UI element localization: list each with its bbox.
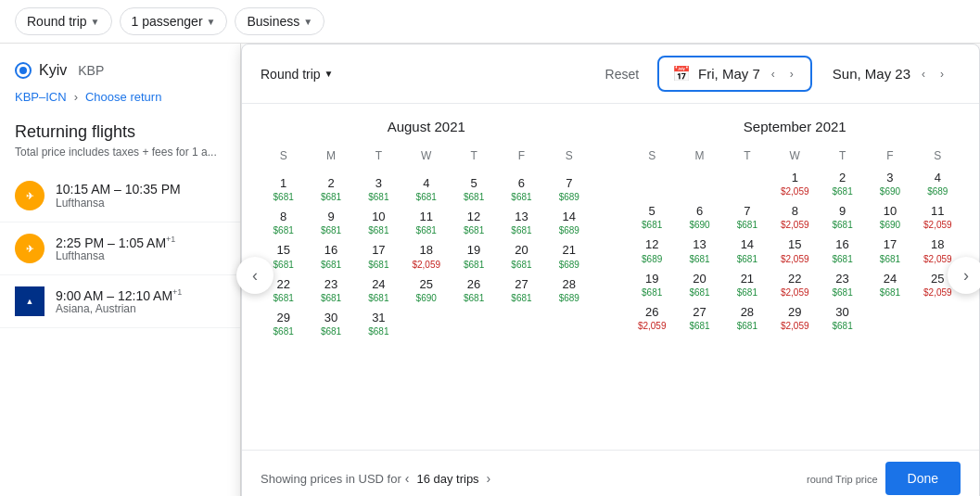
day-cell[interactable]: 7$689	[546, 173, 592, 205]
day-cell[interactable]: 15$2,059	[772, 235, 818, 266]
day-cell[interactable]: 11$681	[403, 207, 449, 238]
day-number: 29	[774, 304, 816, 321]
day-cell[interactable]: 6$681	[499, 173, 544, 205]
day-cell[interactable]: 1$681	[261, 173, 306, 205]
day-cell[interactable]: 13$681	[677, 235, 722, 266]
day-price: $2,059	[774, 287, 816, 299]
flight-info-2: 2:25 PM – 1:05 AM+1 Lufthansa	[56, 235, 225, 263]
day-price: $681	[310, 192, 351, 203]
day-price: $681	[452, 260, 494, 271]
flight-item-3[interactable]: ▲ 9:00 AM – 12:10 AM+1 Asiana, Austrian	[0, 275, 240, 328]
day-cell[interactable]: 26$681	[451, 274, 496, 306]
flight-item[interactable]: ✈ 10:15 AM – 10:35 PM Lufthansa	[0, 170, 240, 223]
day-cell[interactable]: 17$681	[356, 240, 401, 272]
day-cell[interactable]: 1$2,059	[772, 168, 818, 199]
day-cell[interactable]: 4$681	[403, 173, 449, 205]
flight-airline-2: Lufthansa	[56, 249, 225, 262]
return-date-pill[interactable]: Sun, May 23 ‹ ›	[820, 58, 961, 89]
trip-next-icon[interactable]: ›	[487, 471, 491, 486]
departure-prev-icon[interactable]: ‹	[768, 68, 779, 81]
trip-prev-icon[interactable]: ‹	[405, 471, 410, 486]
day-number: 22	[774, 271, 816, 287]
day-cell[interactable]: 9$681	[308, 207, 353, 238]
day-number: 13	[501, 209, 542, 225]
day-cell[interactable]: 29$2,059	[772, 302, 818, 334]
cal-trip-type-button[interactable]: Round trip ▼	[261, 67, 334, 82]
day-cell[interactable]: 30$681	[820, 302, 865, 334]
departure-date-pill[interactable]: 📅 Fri, May 7 ‹ ›	[657, 56, 812, 92]
day-price: $681	[262, 192, 304, 203]
day-price: $2,059	[774, 220, 816, 231]
day-cell[interactable]: 17$681	[867, 235, 912, 266]
departure-next-icon[interactable]: ›	[786, 68, 797, 81]
day-cell[interactable]: 13$681	[499, 207, 544, 238]
day-cell[interactable]: 20$681	[677, 269, 722, 300]
day-header: M	[308, 146, 353, 166]
day-cell[interactable]: 7$681	[724, 201, 770, 233]
cal-trip-chevron-icon: ▼	[325, 69, 334, 79]
day-cell[interactable]: 28$681	[724, 302, 770, 334]
day-cell[interactable]: 21$689	[546, 240, 592, 272]
trip-type-button[interactable]: Round trip ▼	[15, 7, 112, 35]
cabin-button[interactable]: Business ▼	[235, 7, 325, 35]
day-cell[interactable]: 10$681	[356, 207, 401, 238]
day-cell[interactable]: 28$689	[546, 274, 592, 306]
day-cell[interactable]: 12$689	[630, 235, 675, 266]
day-cell[interactable]: 30$681	[308, 308, 353, 339]
day-cell[interactable]: 29$681	[261, 308, 306, 339]
return-next-icon[interactable]: ›	[936, 68, 948, 81]
day-cell[interactable]: 27$681	[677, 302, 722, 334]
flight-item[interactable]: ✈ 2:25 PM – 1:05 AM+1 Lufthansa	[0, 223, 240, 275]
day-number: 5	[631, 203, 673, 220]
passengers-button[interactable]: 1 passenger ▼	[120, 7, 228, 35]
day-cell[interactable]: 24$681	[356, 274, 401, 306]
day-cell[interactable]: 20$681	[499, 240, 544, 272]
day-number: 20	[501, 242, 542, 259]
passengers-label: 1 passenger	[132, 14, 203, 29]
day-cell[interactable]: 23$681	[820, 269, 865, 300]
day-cell[interactable]: 8$2,059	[772, 201, 818, 233]
next-arrow-button[interactable]: ›	[948, 257, 980, 294]
day-price: $2,059	[774, 186, 816, 197]
day-cell[interactable]: 3$690	[867, 168, 912, 199]
day-cell[interactable]: 21$681	[724, 269, 770, 300]
day-cell[interactable]: 2$681	[820, 168, 865, 199]
day-price: $681	[310, 293, 351, 304]
prev-arrow-button[interactable]: ‹	[236, 257, 274, 294]
day-price: $681	[631, 220, 673, 231]
reset-button[interactable]: Reset	[594, 61, 651, 87]
day-cell[interactable]: 16$681	[820, 235, 865, 266]
day-cell[interactable]: 18$2,059	[403, 240, 449, 272]
day-price: $681	[452, 192, 494, 203]
day-number: 9	[310, 209, 351, 225]
day-cell[interactable]: 11$2,059	[915, 201, 961, 233]
day-number: 14	[726, 236, 768, 253]
day-cell[interactable]: 14$681	[724, 235, 770, 266]
day-cell[interactable]: 9$681	[820, 201, 865, 233]
day-cell[interactable]: 26$2,059	[630, 302, 675, 334]
day-cell[interactable]: 16$681	[308, 240, 353, 272]
day-cell[interactable]: 25$690	[403, 274, 449, 306]
choose-return-link[interactable]: Choose return	[85, 90, 161, 104]
day-cell[interactable]: 2$681	[308, 173, 353, 205]
day-cell[interactable]: 3$681	[356, 173, 401, 205]
day-cell[interactable]: 19$681	[451, 240, 496, 272]
day-cell[interactable]: 22$2,059	[772, 269, 818, 300]
day-cell[interactable]: 5$681	[451, 173, 496, 205]
day-cell[interactable]: 19$681	[630, 269, 675, 300]
day-cell[interactable]: 6$690	[677, 201, 722, 233]
return-prev-icon[interactable]: ‹	[918, 68, 929, 81]
day-cell[interactable]: 24$681	[867, 269, 912, 300]
day-cell[interactable]: 14$689	[546, 207, 592, 238]
day-cell[interactable]: 12$681	[451, 207, 496, 238]
done-button[interactable]: Done	[885, 462, 961, 495]
day-cell[interactable]: 23$681	[308, 274, 353, 306]
day-cell[interactable]: 4$689	[915, 168, 961, 199]
day-cell[interactable]: 5$681	[630, 201, 675, 233]
day-cell[interactable]: 10$690	[867, 201, 912, 233]
day-cell[interactable]: 8$681	[261, 207, 306, 238]
day-cell[interactable]: 27$681	[499, 274, 544, 306]
day-cell[interactable]: 31$681	[356, 308, 401, 339]
round-trip-price-label: round Trip price	[807, 474, 877, 485]
empty-day-cell	[630, 168, 675, 199]
